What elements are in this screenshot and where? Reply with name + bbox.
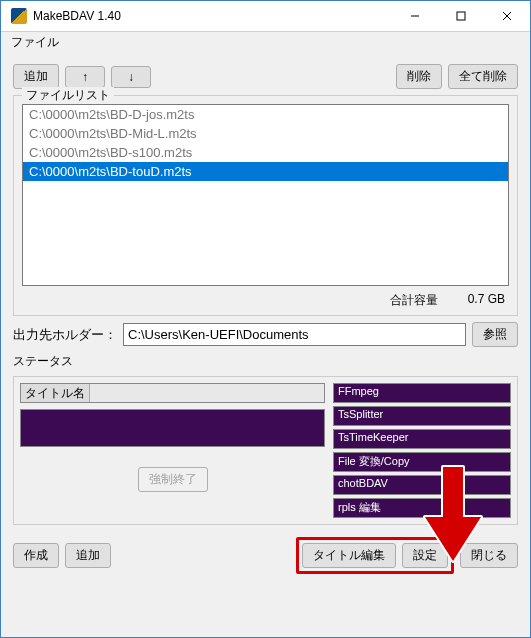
filelist-item[interactable]: C:\0000\m2ts\BD-D-jos.m2ts <box>23 105 508 124</box>
stage-progress <box>436 430 510 448</box>
minimize-button[interactable] <box>392 1 438 31</box>
close-button[interactable] <box>484 1 530 31</box>
stage-list: FFmpegTsSplitterTsTimeKeeperFile 変換/Copy… <box>333 383 511 518</box>
filelist-item[interactable]: C:\0000\m2ts\BD-Mid-L.m2ts <box>23 124 508 143</box>
maximize-button[interactable] <box>438 1 484 31</box>
abort-button: 強制終了 <box>138 467 208 492</box>
create-button[interactable]: 作成 <box>13 543 59 568</box>
settings-button[interactable]: 設定 <box>402 543 448 568</box>
svg-rect-1 <box>457 12 465 20</box>
status-group: タイトル名 強制終了 FFmpegTsSplitterTsTimeKeeperF… <box>13 376 518 525</box>
filelist-box[interactable]: C:\0000\m2ts\BD-D-jos.m2tsC:\0000\m2ts\B… <box>22 104 509 286</box>
filelist-title: ファイルリスト <box>22 87 114 104</box>
close-bottom-button[interactable]: 閉じる <box>460 543 518 568</box>
stage-progress <box>436 499 510 517</box>
filelist-item[interactable]: C:\0000\m2ts\BD-touD.m2ts <box>23 162 508 181</box>
highlight-box: タイトル編集 設定 <box>296 537 454 574</box>
menu-file[interactable]: ファイル <box>11 35 59 49</box>
output-label: 出力先ホルダー： <box>13 326 117 344</box>
title-name-label: タイトル名 <box>21 384 90 402</box>
file-toolbar: 追加 ↑ ↓ 削除 全て削除 <box>13 64 518 89</box>
stage-label: TsTimeKeeper <box>334 430 436 448</box>
stage-progress <box>436 476 510 494</box>
stage-label: TsSplitter <box>334 407 436 425</box>
stage-row: FFmpeg <box>333 383 511 403</box>
move-down-button[interactable]: ↓ <box>111 66 151 88</box>
bottom-toolbar: 作成 追加 タイトル編集 設定 閉じる <box>13 531 518 574</box>
filelist-group: ファイルリスト C:\0000\m2ts\BD-D-jos.m2tsC:\000… <box>13 95 518 316</box>
browse-button[interactable]: 参照 <box>472 322 518 347</box>
move-up-button[interactable]: ↑ <box>65 66 105 88</box>
filelist-totals: 合計容量 0.7 GB <box>22 286 509 309</box>
output-row: 出力先ホルダー： 参照 <box>13 322 518 347</box>
status-title: ステータス <box>13 353 518 370</box>
stage-row: rpls 編集 <box>333 498 511 518</box>
stage-progress <box>436 453 510 471</box>
output-path-input[interactable] <box>123 323 466 346</box>
add-bottom-button[interactable]: 追加 <box>65 543 111 568</box>
stage-progress <box>436 407 510 425</box>
delete-button[interactable]: 削除 <box>396 64 442 89</box>
stage-row: TsSplitter <box>333 406 511 426</box>
stage-row: File 変換/Copy <box>333 452 511 472</box>
stage-row: chotBDAV <box>333 475 511 495</box>
app-icon <box>11 8 27 24</box>
client-area: 追加 ↑ ↓ 削除 全て削除 ファイルリスト C:\0000\m2ts\BD-D… <box>1 58 530 637</box>
add-button[interactable]: 追加 <box>13 64 59 89</box>
window-title: MakeBDAV 1.40 <box>33 9 392 23</box>
stage-label: File 変換/Copy <box>334 453 436 471</box>
stage-label: chotBDAV <box>334 476 436 494</box>
stage-progress <box>436 384 510 402</box>
total-size-value: 0.7 GB <box>468 292 505 309</box>
filelist-item[interactable]: C:\0000\m2ts\BD-s100.m2ts <box>23 143 508 162</box>
stage-label: rpls 編集 <box>334 499 436 517</box>
stage-label: FFmpeg <box>334 384 436 402</box>
stage-row: TsTimeKeeper <box>333 429 511 449</box>
titlebar: MakeBDAV 1.40 <box>1 1 530 32</box>
status-left: タイトル名 強制終了 <box>20 383 325 518</box>
title-edit-button[interactable]: タイトル編集 <box>302 543 396 568</box>
delete-all-button[interactable]: 全て削除 <box>448 64 518 89</box>
overall-progress <box>20 409 325 447</box>
menubar: ファイル <box>1 32 530 58</box>
title-name-field: タイトル名 <box>20 383 325 403</box>
total-size-label: 合計容量 <box>390 292 438 309</box>
app-window: MakeBDAV 1.40 ファイル 追加 ↑ ↓ 削除 全て削除 ファイルリス… <box>0 0 531 638</box>
